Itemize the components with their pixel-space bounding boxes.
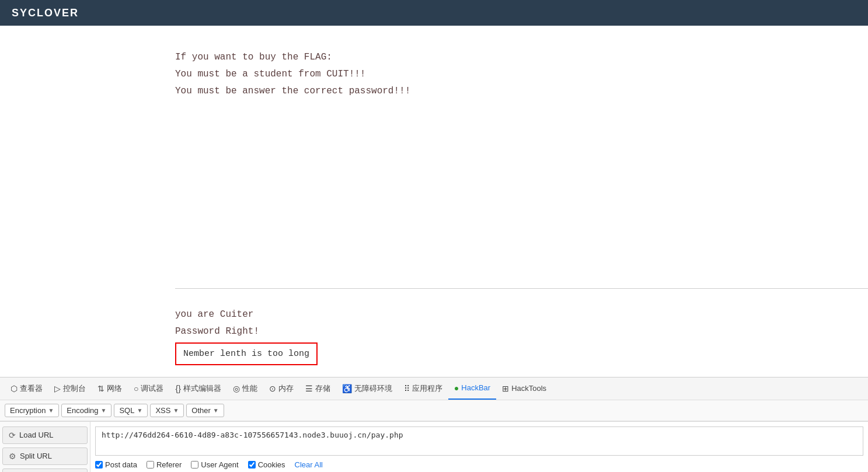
encryption-label: Encryption	[10, 406, 46, 415]
console-label: 控制台	[63, 383, 86, 394]
devtools-debugger-btn[interactable]: ○ 调试器	[128, 377, 169, 400]
line-3: You must be answer the correct password!…	[175, 83, 868, 100]
style-label: 样式编辑器	[183, 383, 221, 394]
highlighted-text: Nember lenth is too long	[175, 342, 318, 365]
highlighted-message: Nember lenth is too long	[175, 340, 868, 365]
console-icon: ▷	[54, 384, 61, 393]
accessibility-icon: ♿	[342, 384, 352, 393]
devtools-inspector-btn[interactable]: ⬡ 查看器	[5, 377, 48, 400]
devtools-network-btn[interactable]: ⇅ 网络	[92, 377, 128, 400]
split-url-label: Split URL	[20, 452, 52, 460]
load-url-label: Load URL	[19, 431, 54, 439]
postdata-checkbox[interactable]	[95, 461, 103, 468]
useragent-label: User Agent	[201, 460, 238, 469]
other-label: Other	[191, 406, 211, 415]
sql-menu[interactable]: SQL ▼	[114, 404, 148, 417]
devtools-memory-btn[interactable]: ⊙ 内存	[263, 377, 299, 400]
devtools-style-btn[interactable]: {} 样式编辑器	[169, 377, 226, 400]
other-menu[interactable]: Other ▼	[186, 404, 224, 417]
top-nav: SYCLOVER	[0, 0, 868, 26]
storage-label: 存储	[315, 383, 330, 394]
encryption-chevron-icon: ▼	[48, 407, 54, 414]
encoding-label: Encoding	[67, 406, 98, 415]
encoding-menu[interactable]: Encoding ▼	[61, 404, 111, 417]
useragent-checkbox-label[interactable]: User Agent	[191, 460, 238, 469]
response-line-1: you are Cuiter	[175, 306, 868, 323]
debugger-label: 调试器	[141, 383, 163, 394]
inspector-label: 查看器	[20, 383, 43, 394]
hacktools-icon: ⊞	[502, 384, 509, 393]
xss-label: XSS	[155, 406, 170, 415]
memory-icon: ⊙	[269, 384, 276, 393]
brand-logo: SYCLOVER	[12, 7, 79, 19]
devtools-console-btn[interactable]: ▷ 控制台	[48, 377, 92, 400]
devtools-hacktools-btn[interactable]: ⊞ HackTools	[496, 377, 552, 400]
debugger-icon: ○	[134, 384, 138, 393]
split-url-button[interactable]: ⚙ Split URL	[2, 447, 88, 465]
response-area: you are Cuiter Password Right! Nember le…	[0, 306, 868, 377]
application-icon: ⠿	[404, 384, 410, 393]
cookies-checkbox[interactable]	[248, 461, 256, 468]
divider	[175, 288, 868, 289]
hackbar-panel: ⟳ Load URL ⚙ Split URL ▶ Execute Post da…	[0, 421, 868, 472]
url-input[interactable]	[95, 426, 863, 456]
postdata-checkbox-label[interactable]: Post data	[95, 460, 137, 469]
devtools-tabbar: ⬡ 查看器 ▷ 控制台 ⇅ 网络 ○ 调试器 {} 样式编辑器 ◎ 性能 ⊙ 内…	[0, 377, 868, 400]
encryption-menu[interactable]: Encryption ▼	[5, 404, 59, 417]
cookies-checkbox-label[interactable]: Cookies	[248, 460, 285, 469]
hackbar-label: HackBar	[461, 383, 490, 392]
devtools-hackbar-btn[interactable]: ● HackBar	[448, 377, 496, 400]
sql-label: SQL	[119, 406, 134, 415]
sql-chevron-icon: ▼	[137, 407, 142, 414]
network-icon: ⇅	[97, 384, 104, 393]
load-url-button[interactable]: ⟳ Load URL	[2, 426, 88, 444]
xss-menu[interactable]: XSS ▼	[150, 404, 184, 417]
referer-checkbox[interactable]	[147, 461, 154, 468]
hacktools-label: HackTools	[511, 384, 546, 393]
url-input-row	[95, 426, 863, 456]
line-1: If you want to buy the FLAG:	[175, 49, 868, 66]
hackbar-dot-icon: ●	[454, 383, 459, 393]
useragent-checkbox[interactable]	[191, 461, 198, 468]
application-label: 应用程序	[412, 383, 442, 394]
postdata-label: Post data	[105, 460, 137, 469]
accessibility-label: 无障碍环境	[354, 383, 392, 394]
referer-label: Referer	[156, 460, 182, 469]
referer-checkbox-label[interactable]: Referer	[147, 460, 182, 469]
execute-button[interactable]: ▶ Execute	[2, 468, 88, 472]
network-label: 网络	[107, 383, 122, 394]
perf-icon: ◎	[233, 384, 240, 393]
devtools-storage-btn[interactable]: ☰ 存储	[299, 377, 336, 400]
load-url-icon: ⟳	[9, 431, 16, 440]
cookies-label-text: Cookies	[258, 460, 285, 469]
hackbar-sidebar: ⟳ Load URL ⚙ Split URL ▶ Execute	[0, 422, 90, 472]
hackbar-toolbar: Encryption ▼ Encoding ▼ SQL ▼ XSS ▼ Othe…	[0, 400, 868, 421]
storage-icon: ☰	[305, 384, 313, 393]
xss-chevron-icon: ▼	[173, 407, 179, 414]
encoding-chevron-icon: ▼	[101, 407, 107, 414]
main-content: If you want to buy the FLAG: You must be…	[0, 26, 868, 271]
split-url-icon: ⚙	[9, 452, 16, 461]
devtools-application-btn[interactable]: ⠿ 应用程序	[398, 377, 448, 400]
memory-label: 内存	[278, 383, 294, 394]
perf-label: 性能	[242, 383, 257, 394]
options-row: Post data Referer User Agent Cookies Cle…	[95, 460, 863, 469]
clear-all-link[interactable]: Clear All	[295, 460, 323, 469]
devtools-perf-btn[interactable]: ◎ 性能	[227, 377, 263, 400]
inspector-icon: ⬡	[11, 384, 18, 393]
line-2: You must be a student from CUIT!!!	[175, 66, 868, 83]
devtools-accessibility-btn[interactable]: ♿ 无障碍环境	[336, 377, 398, 400]
hackbar-main: Post data Referer User Agent Cookies Cle…	[90, 422, 868, 472]
response-line-2: Password Right!	[175, 323, 868, 340]
style-icon: {}	[175, 384, 180, 393]
other-chevron-icon: ▼	[213, 407, 219, 414]
